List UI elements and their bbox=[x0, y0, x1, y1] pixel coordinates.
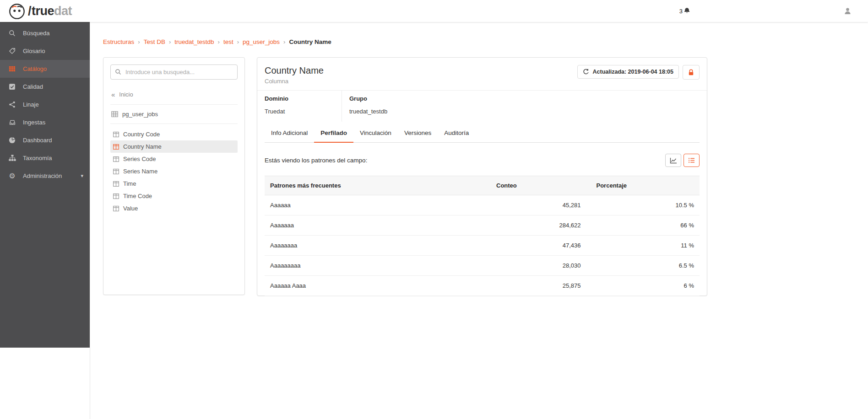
sidebar-item-calidad[interactable]: Calidad bbox=[0, 78, 90, 96]
chart-view-button[interactable] bbox=[665, 154, 681, 167]
column-label: Time Code bbox=[123, 193, 152, 199]
tab-auditoria[interactable]: Auditoría bbox=[438, 124, 475, 142]
column-item-country-name[interactable]: Country Name bbox=[110, 140, 238, 153]
column-icon bbox=[113, 206, 119, 211]
sidebar-item-label: Ingestas bbox=[23, 119, 45, 126]
count-cell: 45,281 bbox=[491, 195, 591, 215]
sidebar-item-dashboard[interactable]: Dashboard bbox=[0, 131, 90, 149]
column-item-series-code[interactable]: Series Code bbox=[110, 153, 238, 165]
sidebar: Búsqueda Glosario Catálogo bbox=[0, 22, 90, 419]
table-row: Aaaaaa Aaaa 25,875 6 % bbox=[265, 276, 700, 296]
logo-wordmark: /truedat bbox=[28, 5, 72, 17]
double-chevron-left-icon: « bbox=[111, 91, 115, 98]
search-input[interactable] bbox=[110, 64, 238, 80]
field-grupo: Grupo truedat_testdb bbox=[342, 91, 394, 122]
tab-versiones[interactable]: Versiones bbox=[398, 124, 438, 142]
structure-type-label: Columna bbox=[265, 78, 324, 85]
column-item-time[interactable]: Time bbox=[110, 177, 238, 190]
truedat-logo[interactable]: /truedat bbox=[8, 2, 72, 20]
sidebar-item-administracion[interactable]: ⚙ Administración ▾ bbox=[0, 167, 90, 185]
sidebar-item-busqueda[interactable]: Búsqueda bbox=[0, 24, 90, 42]
column-icon bbox=[113, 169, 119, 174]
field-label: Grupo bbox=[349, 95, 387, 102]
column-icon bbox=[113, 193, 119, 199]
updated-label: Actualizada: 2019-06-04 18:05 bbox=[593, 69, 673, 75]
column-item-country-code[interactable]: Country Code bbox=[110, 128, 238, 140]
tab-vinculacion[interactable]: Vinculación bbox=[353, 124, 398, 142]
list-icon bbox=[688, 157, 695, 163]
breadcrumb-link-test[interactable]: test bbox=[223, 38, 233, 45]
field-value: Truedat bbox=[265, 108, 335, 115]
notification-count-badge: 3 bbox=[679, 8, 683, 15]
breadcrumb-link-testdb[interactable]: Test DB bbox=[144, 38, 165, 45]
breadcrumb-current: Country Name bbox=[289, 38, 331, 45]
sidebar-item-taxonomia[interactable]: Taxonomía bbox=[0, 149, 90, 167]
page-title: Country Name bbox=[265, 65, 324, 76]
column-icon bbox=[113, 144, 119, 150]
field-dominio: Dominio Truedat bbox=[257, 91, 342, 122]
breadcrumb-link-estructuras[interactable]: Estructuras bbox=[103, 38, 134, 45]
column-item-time-code[interactable]: Time Code bbox=[110, 190, 238, 202]
search-icon bbox=[8, 30, 16, 37]
tab-perfilado[interactable]: Perfilado bbox=[314, 124, 353, 143]
lock-button[interactable] bbox=[683, 65, 700, 80]
breadcrumb-separator: › bbox=[138, 38, 140, 45]
breadcrumb-link-truedat-testdb[interactable]: truedat_testdb bbox=[174, 38, 214, 45]
refresh-updated-button[interactable]: Actualizada: 2019-06-04 18:05 bbox=[577, 65, 679, 79]
column-icon bbox=[113, 156, 119, 162]
column-header-conteo: Conteo bbox=[491, 176, 591, 195]
pattern-cell: Aaaaaa bbox=[265, 195, 491, 215]
percentage-cell: 6.5 % bbox=[591, 256, 700, 276]
column-label: Country Code bbox=[123, 131, 160, 138]
table-row: Aaaaaa 45,281 10.5 % bbox=[265, 195, 700, 215]
detail-tabs: Info Adicional Perfilado Vinculación Ver… bbox=[265, 124, 700, 143]
search-icon bbox=[115, 69, 121, 75]
line-chart-icon bbox=[670, 157, 677, 164]
pattern-cell: Aaaaaaaaa bbox=[265, 256, 491, 276]
column-item-value[interactable]: Value bbox=[110, 202, 238, 215]
detail-heading: Country Name Columna bbox=[265, 65, 324, 85]
back-label: Inicio bbox=[119, 91, 133, 98]
column-label: Series Code bbox=[123, 156, 156, 162]
tab-info-adicional[interactable]: Info Adicional bbox=[265, 124, 314, 142]
metadata-fields: Dominio Truedat Grupo truedat_testdb bbox=[257, 90, 707, 122]
view-toggle-group bbox=[665, 154, 700, 167]
pattern-cell: Aaaaaaaa bbox=[265, 236, 491, 256]
column-item-series-name[interactable]: Series Name bbox=[110, 165, 238, 177]
check-square-icon bbox=[8, 83, 16, 90]
sidebar-item-label: Calidad bbox=[23, 83, 43, 90]
sidebar-item-glosario[interactable]: Glosario bbox=[0, 42, 90, 60]
table-row: Aaaaaaaaa 28,030 6.5 % bbox=[265, 256, 700, 276]
breadcrumb-link-pg-user-jobs[interactable]: pg_user_jobs bbox=[243, 38, 280, 45]
tree-table-pg-user-jobs[interactable]: pg_user_jobs bbox=[110, 105, 238, 124]
column-header-patterns: Patrones más frecuentes bbox=[265, 176, 491, 195]
sidebar-item-linaje[interactable]: Linaje bbox=[0, 96, 90, 113]
main-content: Estructuras › Test DB › truedat_testdb ›… bbox=[90, 22, 868, 419]
owl-logo-icon bbox=[8, 2, 26, 20]
count-cell: 28,030 bbox=[491, 256, 591, 276]
table-name: pg_user_jobs bbox=[122, 111, 158, 118]
sidebar-item-label: Glosario bbox=[23, 48, 45, 54]
profiling-panel: Estás viendo los patrones del campo: bbox=[257, 143, 707, 296]
pattern-cell: Aaaaaaa bbox=[265, 215, 491, 236]
user-menu-button[interactable] bbox=[844, 7, 852, 15]
count-cell: 25,875 bbox=[491, 276, 591, 296]
notifications-button[interactable]: 3 bbox=[679, 7, 690, 15]
chevron-down-icon: ▾ bbox=[81, 173, 83, 179]
breadcrumb: Estructuras › Test DB › truedat_testdb ›… bbox=[103, 38, 868, 45]
sidebar-item-ingestas[interactable]: Ingestas bbox=[0, 113, 90, 131]
breadcrumb-separator: › bbox=[169, 38, 171, 45]
sidebar-item-label: Búsqueda bbox=[23, 30, 50, 37]
sidebar-item-label: Dashboard bbox=[23, 137, 52, 144]
pie-chart-icon bbox=[8, 137, 16, 144]
sidebar-item-label: Administración bbox=[23, 172, 62, 179]
sidebar-item-catalogo[interactable]: Catálogo bbox=[0, 60, 90, 78]
back-to-home-link[interactable]: « Inicio bbox=[110, 91, 238, 105]
app-header: /truedat 3 bbox=[0, 0, 868, 22]
structure-search bbox=[110, 64, 238, 80]
percentage-cell: 6 % bbox=[591, 276, 700, 296]
column-label: Time bbox=[123, 180, 136, 187]
sidebar-item-label: Catálogo bbox=[23, 65, 47, 72]
list-view-button[interactable] bbox=[684, 154, 700, 167]
table-header-row: Patrones más frecuentes Conteo Porcentaj… bbox=[265, 176, 700, 195]
